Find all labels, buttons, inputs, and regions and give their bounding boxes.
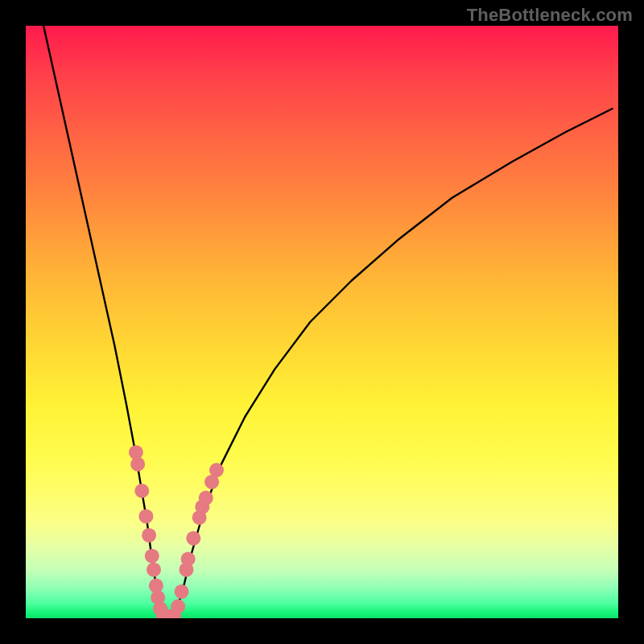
marker-dot [171, 599, 185, 613]
curve-right [174, 109, 613, 617]
marker-dot [134, 484, 149, 498]
marker-dot [138, 509, 153, 523]
marker-dot [147, 563, 161, 577]
curve-left [43, 26, 162, 617]
marker-dot [209, 463, 224, 477]
highlight-markers [129, 445, 224, 618]
plot-area [26, 26, 618, 618]
marker-dot [186, 531, 200, 546]
chart-svg [26, 26, 618, 618]
marker-dot [181, 551, 196, 566]
marker-dot [142, 528, 156, 543]
chart-frame: TheBottleneck.com [0, 0, 644, 644]
marker-dot [130, 457, 145, 472]
marker-dot [175, 584, 189, 599]
marker-dot [199, 491, 213, 506]
watermark-text: TheBottleneck.com [467, 5, 633, 26]
marker-dot [145, 549, 159, 564]
